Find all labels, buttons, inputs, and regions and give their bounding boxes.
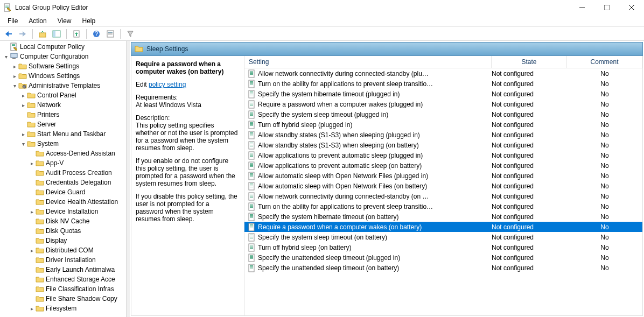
svg-rect-77 xyxy=(250,175,253,176)
setting-row[interactable]: Require a password when a computer wakes… xyxy=(244,222,642,232)
setting-row[interactable]: Allow network connectivity during connec… xyxy=(244,68,642,79)
tree-label: Credentials Delegation xyxy=(46,179,111,186)
tree-root[interactable]: Local Computer Policy xyxy=(0,42,127,52)
tree-twisty[interactable]: ▸ xyxy=(19,131,27,137)
tree-twisty[interactable]: ▸ xyxy=(19,102,27,108)
setting-row[interactable]: Allow applications to prevent automatic … xyxy=(244,160,642,171)
tree-label: Device Installation xyxy=(46,208,98,215)
tree-printers[interactable]: Printers xyxy=(0,110,127,119)
svg-rect-106 xyxy=(250,236,253,236)
tree-system-early-launch-antimalwa[interactable]: Early Launch Antimalwa xyxy=(0,265,127,274)
tree-system-file-classification-infras[interactable]: File Classification Infras xyxy=(0,284,127,294)
setting-row[interactable]: Specify the unattended sleep timeout (pl… xyxy=(244,252,642,263)
tree-twisty[interactable]: ▸ xyxy=(11,73,18,79)
tree-system-device-health-attestation[interactable]: Device Health Attestation xyxy=(0,197,127,207)
policy-icon xyxy=(248,141,256,150)
svg-rect-21 xyxy=(11,53,17,58)
menu-help[interactable]: Help xyxy=(77,16,101,26)
setting-row[interactable]: Allow automatic sleep with Open Network … xyxy=(244,181,642,191)
svg-rect-37 xyxy=(250,94,253,94)
tree-system-filesystem[interactable]: ▸Filesystem xyxy=(0,304,127,313)
tree-twisty[interactable]: ▸ xyxy=(28,160,36,166)
setting-row[interactable]: Specify the system sleep timeout (on bat… xyxy=(244,232,642,242)
tree-start-menu-taskbar[interactable]: ▸Start Menu and Taskbar xyxy=(0,129,127,139)
tree-system-file-share-shadow-copy[interactable]: File Share Shadow Copy xyxy=(0,294,127,304)
tree-system-distributed-com[interactable]: ▸Distributed COM xyxy=(0,245,127,255)
show-hide-tree-button[interactable] xyxy=(50,28,63,40)
tree-network[interactable]: ▸Network xyxy=(0,100,127,110)
tree-system-credentials-delegation[interactable]: Credentials Delegation xyxy=(0,178,127,187)
tree-twisty[interactable]: ▸ xyxy=(19,93,27,98)
col-state[interactable]: State xyxy=(492,56,567,68)
maximize-button[interactable] xyxy=(594,0,619,15)
tree-system-device-installation[interactable]: ▸Device Installation xyxy=(0,207,127,216)
detail-edit-prefix: Edit xyxy=(136,81,149,88)
properties-button[interactable] xyxy=(104,28,117,40)
svg-rect-1 xyxy=(5,5,9,5)
setting-row[interactable]: Turn on the ability for applications to … xyxy=(244,79,642,89)
setting-row[interactable]: Allow applications to prevent automatic … xyxy=(244,150,642,160)
help-button[interactable]: ? xyxy=(90,28,103,40)
tree-system-disk-nv-cache[interactable]: Disk NV Cache xyxy=(0,216,127,226)
menu-view[interactable]: View xyxy=(52,16,77,26)
tree-system-driver-installation[interactable]: Driver Installation xyxy=(0,255,127,265)
edit-policy-link[interactable]: policy setting xyxy=(149,81,186,88)
tree-system-display[interactable]: Display xyxy=(0,236,127,245)
setting-row[interactable]: Allow network connectivity during connec… xyxy=(244,191,642,201)
tree-twisty[interactable]: ▸ xyxy=(11,64,18,69)
close-button[interactable] xyxy=(619,0,644,15)
setting-row[interactable]: Turn off hybrid sleep (plugged in)Not co… xyxy=(244,119,642,130)
tree-administrative-templates[interactable]: ▾Administrative Templates xyxy=(0,81,127,90)
setting-row[interactable]: Allow automatic sleep with Open Network … xyxy=(244,171,642,181)
menu-file[interactable]: File xyxy=(2,16,23,26)
setting-row[interactable]: Specify the system sleep timeout (plugge… xyxy=(244,109,642,119)
setting-row[interactable]: Turn off hybrid sleep (on battery)Not co… xyxy=(244,242,642,252)
forward-button[interactable] xyxy=(16,28,29,40)
tree-label: Access-Denied Assistan xyxy=(46,150,115,157)
tree-twisty[interactable]: ▸ xyxy=(28,248,36,253)
svg-text:?: ? xyxy=(95,30,99,38)
tree-server[interactable]: Server xyxy=(0,119,127,129)
setting-row[interactable]: Specify the unattended sleep timeout (on… xyxy=(244,263,642,273)
setting-state: Not configured xyxy=(492,182,567,190)
setting-row[interactable]: Allow standby states (S1-S3) when sleepi… xyxy=(244,130,642,140)
tree-label: Computer Configuration xyxy=(20,53,88,60)
setting-row[interactable]: Allow standby states (S1-S3) when sleepi… xyxy=(244,140,642,150)
minimize-button[interactable] xyxy=(570,0,594,15)
policy-icon xyxy=(248,202,256,211)
policy-icon xyxy=(248,151,256,160)
tree-windows-settings[interactable]: ▸Windows Settings xyxy=(0,71,127,81)
settings-list[interactable]: Setting State Comment Allow network conn… xyxy=(244,56,642,315)
setting-row[interactable]: Require a password when a computer wakes… xyxy=(244,99,642,109)
tree-system-audit-process-creation[interactable]: Audit Process Creation xyxy=(0,168,127,178)
setting-row[interactable]: Specify the system hibernate timeout (pl… xyxy=(244,89,642,99)
tree-pane[interactable]: Local Computer Policy▾Computer Configura… xyxy=(0,41,127,317)
tree-system[interactable]: ▾System xyxy=(0,139,127,149)
export-button[interactable] xyxy=(70,28,83,40)
tree-label: System xyxy=(37,140,59,147)
setting-comment: No xyxy=(567,182,642,190)
tree-twisty[interactable]: ▸ xyxy=(28,209,36,215)
tree-system-enhanced-storage-acce[interactable]: Enhanced Storage Acce xyxy=(0,274,127,284)
col-setting[interactable]: Setting xyxy=(244,56,492,68)
tree-computer-configuration[interactable]: ▾Computer Configuration xyxy=(0,52,127,61)
policy-icon xyxy=(248,69,256,78)
col-comment[interactable]: Comment xyxy=(567,56,642,68)
tree-system-device-guard[interactable]: Device Guard xyxy=(0,187,127,197)
setting-row[interactable]: Specify the system hibernate timeout (on… xyxy=(244,212,642,222)
tree-control-panel[interactable]: ▸Control Panel xyxy=(0,90,127,100)
setting-row[interactable]: Turn on the ability for applications to … xyxy=(244,201,642,212)
menu-action[interactable]: Action xyxy=(23,16,52,26)
tree-system-app-v[interactable]: ▸App-V xyxy=(0,158,127,168)
tree-system-disk-quotas[interactable]: Disk Quotas xyxy=(0,226,127,236)
up-button[interactable] xyxy=(36,28,49,40)
tree-twisty[interactable]: ▾ xyxy=(11,83,18,89)
tree-software-settings[interactable]: ▸Software Settings xyxy=(0,61,127,71)
setting-state: Not configured xyxy=(492,234,567,241)
tree-twisty[interactable]: ▸ xyxy=(28,306,36,312)
tree-twisty[interactable]: ▾ xyxy=(19,141,27,147)
back-button[interactable] xyxy=(2,28,15,40)
filter-button[interactable] xyxy=(124,28,137,40)
tree-system-access-denied-assistan[interactable]: Access-Denied Assistan xyxy=(0,149,127,158)
tree-twisty[interactable]: ▾ xyxy=(2,54,10,60)
